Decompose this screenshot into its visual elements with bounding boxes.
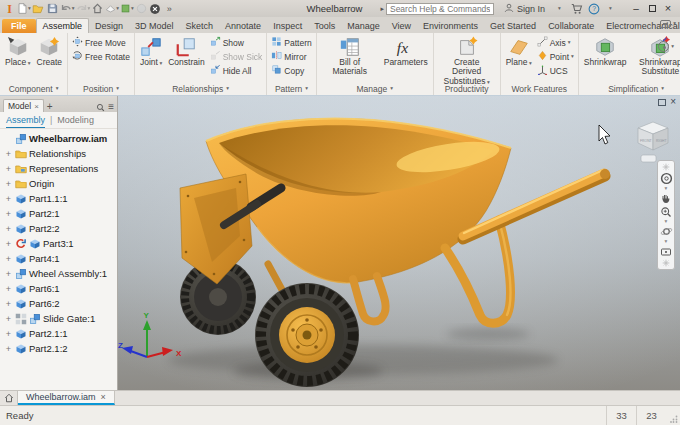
home-tab-button[interactable]: [0, 391, 18, 405]
browser-tab-model[interactable]: Model ×: [3, 99, 44, 112]
view-face-icon[interactable]: ▾: [105, 2, 119, 16]
ribbon-button-mirror[interactable]: Mirror: [270, 50, 312, 63]
ribbon-button-ucs[interactable]: UCS: [536, 64, 575, 77]
expand-icon[interactable]: +: [4, 179, 13, 189]
open-file-icon[interactable]: [32, 2, 45, 16]
material-icon[interactable]: ▾: [120, 2, 134, 16]
tree-item-part2-1-1[interactable]: +Part2.1:1: [0, 326, 117, 341]
document-tab-wheelbarrow-iam[interactable]: Wheelbarrow.iam×: [18, 391, 115, 405]
ribbon-button-bill-of-materials[interactable]: Bill of Materials: [320, 34, 380, 78]
menu-tab-tools[interactable]: Tools: [308, 19, 341, 33]
menu-tab-sketch[interactable]: Sketch: [180, 19, 220, 33]
caret-icon[interactable]: ▾: [658, 186, 674, 192]
tree-item-slide-gate-1[interactable]: +Slide Gate:1: [0, 311, 117, 326]
look-at-icon[interactable]: [658, 246, 674, 258]
navigation-wheel-icon[interactable]: [658, 172, 674, 185]
expand-icon[interactable]: +: [4, 224, 13, 234]
tree-item-origin[interactable]: +Origin: [0, 176, 117, 191]
caret-icon[interactable]: ▾: [604, 2, 617, 16]
save-icon[interactable]: [46, 2, 59, 16]
home-view-icon[interactable]: [91, 2, 104, 16]
menu-tab-collaborate[interactable]: Collaborate: [542, 19, 600, 33]
expand-icon[interactable]: +: [4, 314, 13, 324]
menu-icon[interactable]: ≡: [108, 101, 114, 112]
menu-tab-annotate[interactable]: Annotate: [219, 19, 267, 33]
ribbon-group-label-relationships[interactable]: Relationships▾: [138, 82, 263, 95]
panel-options-button[interactable]: ▾: [658, 41, 674, 52]
expand-icon[interactable]: +: [4, 284, 13, 294]
tree-item-part2-2[interactable]: +Part2:2: [0, 221, 117, 236]
ribbon-button-free-rotate[interactable]: Free Rotate: [71, 50, 131, 63]
menu-tab-manage[interactable]: Manage: [341, 19, 386, 33]
new-file-icon[interactable]: ▾: [17, 2, 31, 16]
expand-icon[interactable]: +: [4, 269, 13, 279]
tree-item-wheel-assembly-1[interactable]: +Wheel Assembly:1: [0, 266, 117, 281]
browser-subtab-modeling[interactable]: Modeling: [57, 113, 94, 127]
expand-icon[interactable]: +: [4, 299, 13, 309]
ribbon-group-label-pattern[interactable]: Pattern▾: [270, 82, 312, 95]
search-input[interactable]: [386, 3, 494, 15]
caret-icon[interactable]: ▾: [553, 2, 566, 16]
expand-icon[interactable]: +: [4, 164, 13, 174]
ribbon-button-copy[interactable]: Copy: [270, 64, 312, 77]
tree-item-wheelbarrow-iam[interactable]: Wheelbarrow.iam: [0, 131, 117, 146]
tree-item-part6-1[interactable]: +Part6:1: [0, 281, 117, 296]
close-icon[interactable]: ×: [34, 102, 39, 111]
ribbon-button-place[interactable]: Place ▾: [3, 34, 33, 68]
ribbon-button-pattern[interactable]: Pattern: [270, 36, 312, 49]
expand-icon[interactable]: +: [4, 329, 13, 339]
cart-icon[interactable]: [570, 2, 583, 16]
menu-tab-assemble[interactable]: Assemble: [36, 18, 90, 33]
ribbon-button-free-move[interactable]: Free Move: [71, 36, 131, 49]
close-icon[interactable]: ×: [101, 392, 106, 402]
resize-grip[interactable]: [666, 406, 680, 425]
caret-icon[interactable]: ▾: [658, 219, 674, 225]
ribbon-button-show[interactable]: Show: [209, 36, 264, 49]
appearance-icon[interactable]: [135, 2, 148, 16]
undo-icon[interactable]: ▾: [60, 2, 75, 16]
settings-icon[interactable]: [658, 163, 674, 171]
ribbon-button-axis[interactable]: Axis▾: [536, 36, 575, 49]
more-commands-icon[interactable]: »: [163, 2, 176, 16]
ribbon-button-create-derived-substitutes[interactable]: Create Derived Substitutes ▾: [437, 34, 497, 87]
ribbon-button-plane[interactable]: Plane ▾: [504, 34, 534, 68]
zoom-icon[interactable]: [658, 206, 674, 218]
expand-icon[interactable]: +: [4, 149, 13, 159]
ribbon-group-label-simplification[interactable]: Simplification▾: [582, 82, 680, 95]
search-icon[interactable]: [96, 103, 105, 112]
tree-item-part4-1[interactable]: +Part4:1: [0, 251, 117, 266]
ribbon-group-label-work-features[interactable]: Work Features: [504, 82, 575, 95]
tree-item-relationships[interactable]: +Relationships: [0, 146, 117, 161]
minimize-button[interactable]: –: [629, 2, 643, 15]
ribbon-button-create[interactable]: Create: [35, 34, 65, 68]
account-area[interactable]: Sign In: [504, 3, 545, 15]
tree-item-part2-1[interactable]: +Part2:1: [0, 206, 117, 221]
redo-icon[interactable]: ▾: [76, 2, 91, 16]
ribbon-button-parameters[interactable]: fxParameters: [382, 34, 430, 68]
ribbon-button-hide-all[interactable]: Hide All: [209, 64, 264, 77]
view-cube-menu[interactable]: [641, 155, 656, 162]
ribbon-options-button[interactable]: ▾: [660, 20, 676, 28]
ribbon-button-point[interactable]: Point▾: [536, 50, 575, 63]
escape-icon[interactable]: [149, 2, 162, 16]
add-panel-icon[interactable]: +: [47, 102, 53, 112]
expand-icon[interactable]: +: [4, 239, 13, 249]
viewport[interactable]: Y Z X FRONT RIGHT: [118, 96, 680, 390]
ribbon-button-shrinkwrap[interactable]: Shrinkwrap: [582, 34, 629, 68]
menu-tab-3d-model[interactable]: 3D Model: [129, 19, 180, 33]
tree-item-part3-1[interactable]: +Part3:1: [0, 236, 117, 251]
tree-item-part1-1-1[interactable]: +Part1.1:1: [0, 191, 117, 206]
menu-tab-inspect[interactable]: Inspect: [267, 19, 308, 33]
browser-subtab-assembly[interactable]: Assembly: [6, 113, 45, 128]
ribbon-button-constrain[interactable]: Constrain: [166, 34, 206, 68]
expand-icon[interactable]: +: [4, 254, 13, 264]
pan-hand-icon[interactable]: [658, 193, 674, 205]
tree-item-part6-2[interactable]: +Part6:2: [0, 296, 117, 311]
maximize-button[interactable]: [645, 2, 659, 15]
orbit-icon[interactable]: [658, 225, 674, 238]
tree-item-representations[interactable]: +Representations: [0, 161, 117, 176]
ribbon-button-joint[interactable]: Joint ▾: [138, 34, 164, 68]
expand-icon[interactable]: +: [4, 209, 13, 219]
restore-icon[interactable]: [658, 99, 666, 106]
menu-tab-get-started[interactable]: Get Started: [484, 19, 542, 33]
